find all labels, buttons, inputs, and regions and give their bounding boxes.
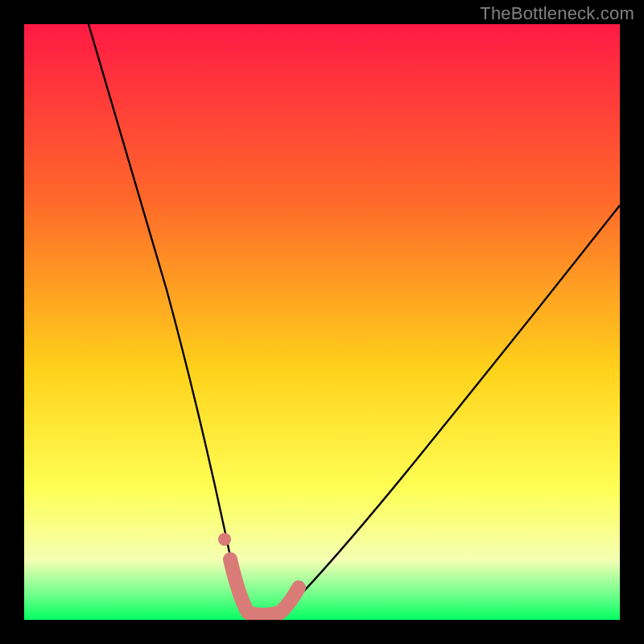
- chart-svg: [24, 24, 620, 620]
- chart-wrapper: TheBottleneck.com: [0, 0, 644, 644]
- plot-area: [24, 24, 620, 620]
- gradient-background: [24, 24, 620, 620]
- watermark-text: TheBottleneck.com: [480, 3, 634, 24]
- highlight-dot: [218, 533, 231, 546]
